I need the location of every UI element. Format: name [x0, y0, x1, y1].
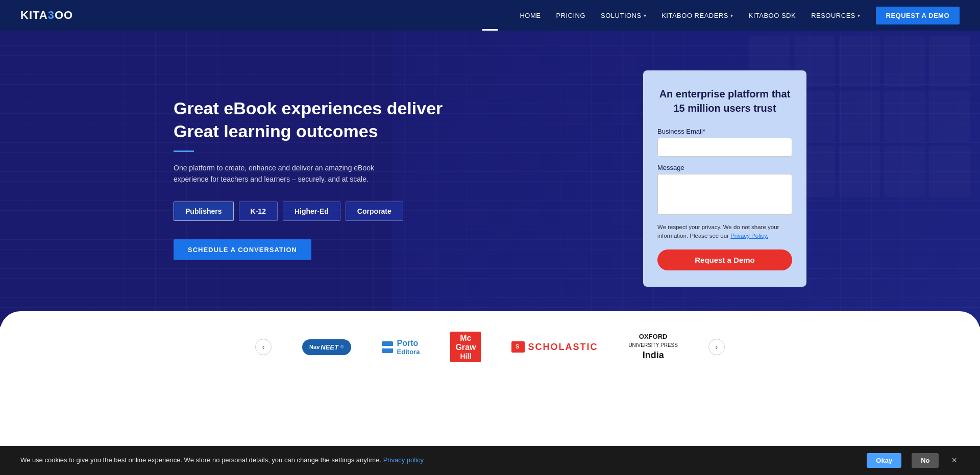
higher-ed-button[interactable]: Higher-Ed	[283, 202, 340, 221]
chevron-right-icon: ›	[716, 343, 718, 351]
nav-resources[interactable]: RESOURCES ▾	[811, 12, 860, 19]
nav-pricing[interactable]: PRICING	[556, 12, 585, 19]
hero-segment-buttons: Publishers K-12 Higher-Ed Corporate	[174, 202, 612, 221]
email-input[interactable]	[657, 138, 792, 157]
chevron-down-icon: ▾	[730, 13, 733, 18]
nav-links: HOME PRICING SOLUTIONS ▾ KITABOO READERS…	[520, 12, 860, 19]
form-card: An enterprise platform that 15 million u…	[643, 70, 806, 287]
request-demo-submit-button[interactable]: Request a Demo	[657, 249, 792, 270]
chevron-down-icon: ▾	[644, 13, 647, 18]
mcgraw-hill-logo: Mc Graw Hill	[450, 332, 481, 362]
navbar: KITA3OO HOME PRICING SOLUTIONS ▾ KITABOO…	[0, 0, 980, 31]
hero-title-underline	[174, 151, 194, 152]
corporate-button[interactable]: Corporate	[346, 202, 403, 221]
form-title: An enterprise platform that 15 million u…	[657, 87, 792, 115]
oxford-logo: OXFORD UNIVERSITY PRESS India	[628, 332, 678, 361]
logos-prev-button[interactable]: ‹	[255, 339, 272, 355]
nav-home[interactable]: HOME	[520, 12, 541, 19]
svg-text:S: S	[516, 343, 519, 349]
request-demo-button[interactable]: REQUEST A DEMO	[876, 7, 960, 24]
email-label: Business Email*	[657, 128, 792, 135]
message-label: Message	[657, 164, 792, 171]
privacy-text: We respect your privacy. We do not share…	[657, 223, 792, 241]
navneet-logo: NavNEET ®	[302, 339, 351, 355]
hero-left: Great eBook experiences deliverGreat lea…	[174, 97, 612, 260]
message-textarea[interactable]	[657, 174, 792, 215]
nav-underline	[482, 29, 498, 31]
schedule-conversation-button[interactable]: SCHEDULE A CONVERSATION	[174, 239, 311, 260]
hero-title: Great eBook experiences deliverGreat lea…	[174, 97, 612, 142]
hero-content: Great eBook experiences deliverGreat lea…	[133, 31, 847, 327]
hero-section: Great eBook experiences deliverGreat lea…	[0, 31, 980, 327]
logo: KITA3OO	[20, 9, 73, 22]
chevron-down-icon: ▾	[857, 13, 861, 18]
chevron-left-icon: ‹	[262, 343, 265, 351]
privacy-policy-link[interactable]: Privacy Policy.	[730, 233, 768, 239]
nav-sdk[interactable]: KITABOO SDK	[748, 12, 796, 19]
nav-readers[interactable]: KITABOO READERS ▾	[662, 12, 733, 19]
scholastic-logo: S SCHOLASTIC	[511, 341, 598, 353]
logos-section: ‹ NavNEET ® Porto Editora Mc Graw Hill	[0, 311, 980, 383]
porto-editora-logo: Porto Editora	[382, 338, 420, 356]
logos-next-button[interactable]: ›	[708, 339, 725, 355]
publishers-button[interactable]: Publishers	[174, 202, 234, 221]
k12-button[interactable]: K-12	[239, 202, 278, 221]
nav-solutions[interactable]: SOLUTIONS ▾	[601, 12, 646, 19]
hero-description: One platform to create, enhance and deli…	[174, 162, 398, 185]
